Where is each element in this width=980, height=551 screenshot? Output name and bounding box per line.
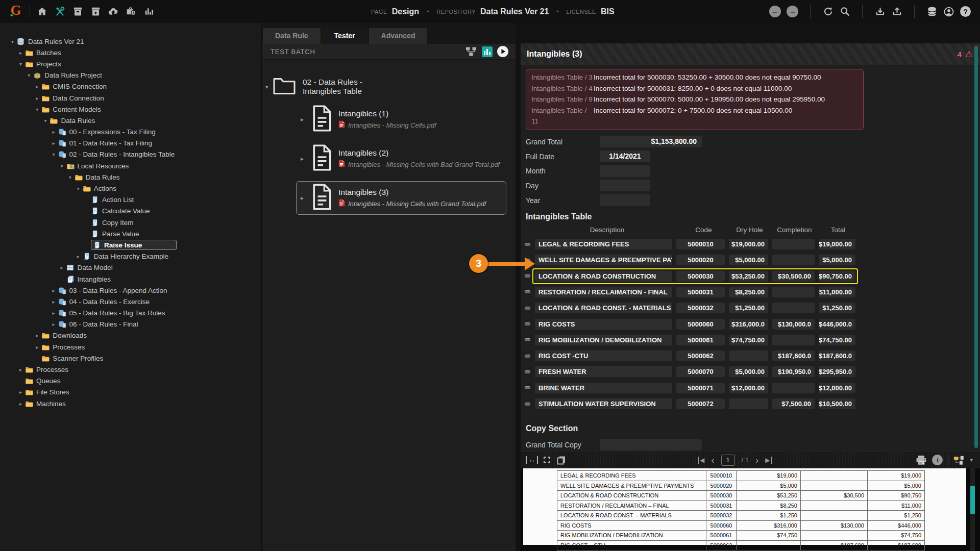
tree-item[interactable]: ▾Data Rules (0, 115, 261, 126)
code-cell[interactable]: 5000020 (676, 255, 725, 265)
completion-cell[interactable] (772, 239, 815, 249)
code-cell[interactable]: 5000061 (676, 335, 725, 345)
document-item[interactable]: ▸Intangibles (1)Intangibles - Missing Ce… (296, 103, 506, 136)
tree-item[interactable]: ▸Data Model (0, 262, 261, 273)
preview-scrollbar-thumb[interactable] (970, 486, 975, 514)
grand-total-copy-field[interactable] (600, 439, 702, 450)
chevron-down-icon[interactable]: ▾ (58, 163, 66, 169)
description-cell[interactable]: RIG COST -CTU (535, 350, 672, 361)
info-icon[interactable]: i (932, 455, 943, 465)
tree-item[interactable]: Intangibles (0, 273, 261, 285)
tree-item[interactable]: ▾Data Rules (0, 171, 261, 183)
description-cell[interactable]: LEGAL & RECORDING FEES (535, 239, 672, 249)
error-row[interactable]: Intangibles Table / 4Incorrect total for… (531, 83, 858, 94)
tree-item[interactable]: ▸04 - Data Rules - Exercise (0, 296, 261, 307)
description-cell[interactable]: LOCATION & ROAD CONST. - MATERIALS (535, 303, 672, 313)
tree-item[interactable]: ▸Machines (0, 398, 261, 409)
refresh-icon[interactable] (822, 6, 834, 17)
dry-hole-cell[interactable]: $53,250.00 (729, 271, 768, 282)
total-cell[interactable]: $90,750.00 (819, 271, 855, 282)
chevron-right-icon[interactable]: ▸ (33, 333, 41, 338)
marquee-select-icon[interactable] (544, 457, 550, 463)
dry-hole-cell[interactable]: $19,000.00 (729, 239, 768, 249)
tree-item[interactable]: ▾Local Resources (0, 160, 261, 171)
day-field[interactable] (600, 180, 650, 191)
design-tools-icon[interactable] (54, 6, 65, 17)
batch-folder-row[interactable]: ▾ 02 - Data Rules - Intangibles Table (262, 77, 516, 97)
last-page-button[interactable]: ▶ (765, 457, 772, 464)
help-icon[interactable]: ? (960, 6, 971, 17)
dry-hole-cell[interactable]: $5,000.00 (729, 255, 768, 265)
code-cell[interactable]: 5000010 (676, 239, 725, 249)
first-page-button[interactable]: ◀ (698, 457, 704, 464)
tree-item[interactable]: Calculate Value (0, 206, 261, 217)
total-cell[interactable]: $12,000.00 (819, 383, 855, 393)
description-cell[interactable]: RIG COSTS (535, 319, 672, 330)
tree-item[interactable]: ▾Actions (0, 183, 261, 194)
tree-item[interactable]: ▸Downloads (0, 330, 261, 341)
back-icon[interactable]: ← (769, 6, 781, 17)
chevron-right-icon[interactable]: ▸ (33, 84, 41, 89)
chevron-down-icon[interactable]: ▾ (50, 152, 58, 157)
batches-icon[interactable] (72, 6, 83, 17)
tree-item[interactable]: ▸File Stores (0, 387, 261, 398)
chart-badge-icon[interactable] (481, 46, 493, 57)
printer-icon[interactable] (916, 455, 927, 466)
chevron-right-icon[interactable]: ▸ (50, 321, 58, 327)
tree-item[interactable]: Parse Value (0, 228, 261, 239)
tree-item[interactable]: Raise Issue (0, 239, 261, 251)
total-cell[interactable]: $446,000.0 (819, 319, 855, 330)
home-icon[interactable] (36, 6, 47, 17)
tree-item[interactable]: ▸CMIS Connection (0, 81, 261, 92)
tree-item[interactable]: ▸03 - Data Rules - Append Action (0, 285, 261, 296)
chevron-down-icon[interactable]: ▾ (16, 61, 25, 67)
fit-width-icon[interactable]: ↔ (526, 456, 538, 464)
completion-cell[interactable]: $130,000.0 (772, 319, 815, 330)
upload-icon[interactable] (891, 6, 902, 17)
drag-handle-icon[interactable] (525, 243, 530, 246)
code-cell[interactable]: 5000060 (676, 319, 725, 330)
total-cell[interactable]: $187,600.0 (819, 350, 855, 361)
tree-item[interactable]: Scanner Profiles (0, 353, 261, 364)
chevron-right-icon[interactable]: ▸ (301, 194, 309, 202)
description-cell[interactable]: STIMULATION WATER SUPERVISION (535, 398, 672, 409)
tree-item[interactable]: Copy Item (0, 217, 261, 228)
error-row[interactable]: Intangibles Table / 9Incorrect total for… (531, 94, 858, 105)
page-number-input[interactable]: 1 (721, 455, 735, 466)
completion-cell[interactable]: $30,500.00 (772, 271, 815, 282)
forward-icon[interactable]: → (787, 6, 798, 17)
chevron-right-icon[interactable]: ▸ (16, 50, 25, 56)
dry-hole-cell[interactable]: $8,250.00 (729, 287, 768, 297)
total-cell[interactable]: $19,000.00 (819, 239, 855, 249)
page-value[interactable]: Design (392, 7, 419, 16)
tab-tester[interactable]: Tester (322, 28, 368, 44)
description-cell[interactable]: FRESH WATER (535, 366, 672, 377)
chevron-right-icon[interactable]: ▸ (58, 265, 66, 270)
next-page-button[interactable]: › (755, 457, 758, 464)
completion-cell[interactable]: $187,600.0 (772, 350, 815, 361)
dry-hole-cell[interactable]: $5,000.00 (729, 366, 768, 377)
grand-total-field[interactable]: $1,153,800.00 (600, 136, 702, 147)
year-field[interactable] (600, 194, 650, 206)
tree-item[interactable]: ▸Processes (0, 341, 261, 353)
tree-item[interactable]: ▾Data Rules Ver 21 (0, 36, 261, 47)
total-cell[interactable]: $295,950.0 (819, 366, 855, 377)
chevron-down-icon[interactable]: ▾ (8, 39, 17, 44)
completion-cell[interactable] (772, 383, 815, 393)
search-icon[interactable] (839, 6, 850, 17)
code-cell[interactable]: 5000031 (676, 287, 725, 297)
tree-item[interactable]: ▸Data Hierarchy Example (0, 251, 261, 262)
tree-item[interactable]: ▾Content Models (0, 104, 261, 115)
description-cell[interactable]: WELL SITE DAMAGES & PREEMPTIVE PAYM (535, 255, 672, 265)
code-cell[interactable]: 5000072 (676, 398, 725, 409)
chevron-down-icon[interactable]: ▾ (265, 84, 273, 90)
dry-hole-cell[interactable]: $12,000.00 (729, 383, 768, 393)
document-item[interactable]: ▸Intangibles (3)Intangibles - Missing Ce… (296, 181, 506, 215)
app-logo[interactable]: G (8, 4, 23, 20)
description-cell[interactable]: BRINE WATER (535, 383, 672, 393)
batch-process-icon[interactable] (90, 6, 101, 17)
code-cell[interactable]: 5000032 (676, 303, 725, 313)
stats-icon[interactable] (143, 6, 155, 17)
licensee-value[interactable]: BIS (601, 7, 615, 16)
dry-hole-cell[interactable]: $1,250.00 (729, 303, 768, 313)
